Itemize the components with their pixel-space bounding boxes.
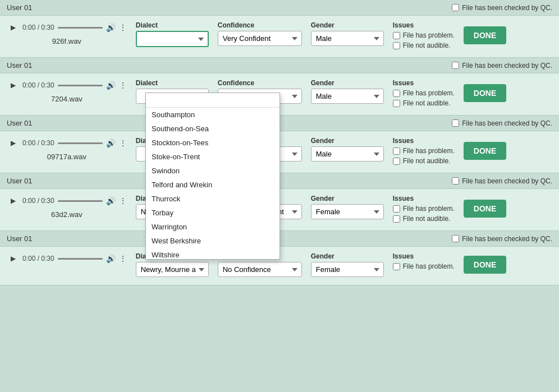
user-label-5: User 01 [7, 234, 33, 243]
issues-label-3: Issues [393, 137, 455, 145]
play-button-4[interactable]: ▶ [7, 195, 19, 207]
qc-checkbox-5[interactable] [452, 235, 459, 242]
audio-section-2: ▶ 0:00 / 0:30 🔊 ⋮ 7204.wav [7, 79, 127, 103]
file-audible-label-4[interactable]: File not audible. [393, 215, 455, 223]
file-audible-checkbox-2[interactable] [393, 100, 400, 107]
done-button-1[interactable]: DONE [464, 26, 506, 44]
confidence-select-5[interactable]: Very Confident Confident Not Very Confid… [218, 262, 302, 277]
qc-checkbox-label-4[interactable]: File has been checked by QC. [452, 177, 552, 185]
play-button-3[interactable]: ▶ [7, 137, 19, 149]
dropdown-item-southampton[interactable]: Southampton [146, 108, 280, 122]
gender-select-3[interactable]: Male Female [311, 146, 384, 162]
issues-label-4: Issues [393, 195, 455, 202]
more-button-5[interactable]: ⋮ [119, 254, 127, 263]
dropdown-item-wiltshire[interactable]: Wiltshire [146, 248, 280, 259]
qc-checkbox-1[interactable] [452, 4, 459, 11]
dropdown-item-stockton[interactable]: Stockton-on-Tees [146, 136, 280, 150]
volume-button-2[interactable]: 🔊 [106, 81, 116, 90]
seek-bar-4[interactable] [58, 200, 103, 202]
file-audible-text-4: File not audible. [403, 215, 451, 223]
file-audible-text-1: File not audible. [403, 41, 451, 49]
dropdown-item-west-berkshire[interactable]: West Berkshire [146, 234, 280, 248]
done-button-2[interactable]: DONE [464, 84, 506, 102]
file-audible-checkbox-3[interactable] [393, 158, 400, 165]
gender-label-2: Gender [311, 79, 384, 87]
dropdown-item-swindon[interactable]: Swindon [146, 164, 280, 178]
file-problem-label-5[interactable]: File has problem. [393, 262, 455, 270]
audio-section-3: ▶ 0:00 / 0:30 🔊 ⋮ 09717a.wav [7, 137, 127, 161]
dialect-select-5[interactable]: Newry, Mourne and [136, 262, 209, 277]
more-button-4[interactable]: ⋮ [119, 196, 127, 205]
play-button-1[interactable]: ▶ [7, 21, 19, 34]
seek-bar-5[interactable] [58, 258, 103, 260]
file-problem-checkbox-5[interactable] [393, 263, 400, 270]
qc-text-1: File has been checked by QC. [462, 4, 552, 12]
gender-group-2: Gender Male Female [311, 79, 384, 104]
qc-checkbox-3[interactable] [452, 119, 459, 127]
dialect-select-1[interactable] [136, 31, 209, 47]
play-button-2[interactable]: ▶ [7, 79, 19, 91]
qc-checkbox-label-1[interactable]: File has been checked by QC. [452, 4, 552, 12]
gender-label-4: Gender [311, 195, 384, 202]
file-audible-label-3[interactable]: File not audible. [393, 157, 455, 165]
seek-bar-3[interactable] [58, 142, 103, 144]
gender-select-1[interactable]: Male Female [311, 31, 384, 46]
file-problem-label-1[interactable]: File has problem. [393, 31, 455, 39]
file-problem-label-4[interactable]: File has problem. [393, 205, 455, 213]
qc-checkbox-label-3[interactable]: File has been checked by QC. [452, 119, 552, 127]
qc-checkbox-label-2[interactable]: File has been checked by QC. [452, 62, 552, 70]
file-problem-label-3[interactable]: File has problem. [393, 147, 455, 155]
file-audible-label-1[interactable]: File not audible. [393, 41, 455, 49]
card-1: ▶ 0:00 / 0:30 🔊 ⋮ 926f.wav Dialect Confi… [0, 15, 559, 58]
volume-button-1[interactable]: 🔊 [106, 23, 116, 32]
file-problem-checkbox-4[interactable] [393, 205, 400, 213]
done-button-4[interactable]: DONE [464, 200, 506, 218]
more-button-3[interactable]: ⋮ [119, 139, 127, 147]
file-audible-label-2[interactable]: File not audible. [393, 99, 455, 107]
qc-checkbox-label-5[interactable]: File has been checked by QC. [452, 235, 552, 243]
gender-label-5: Gender [311, 252, 384, 260]
more-button-1[interactable]: ⋮ [119, 23, 127, 32]
more-button-2[interactable]: ⋮ [119, 81, 127, 90]
gender-label-1: Gender [311, 21, 384, 29]
done-button-5[interactable]: DONE [464, 256, 506, 274]
qc-text-5: File has been checked by QC. [462, 235, 552, 243]
dropdown-item-warrington[interactable]: Warrington [146, 220, 280, 234]
file-problem-checkbox-1[interactable] [393, 32, 400, 39]
gender-group-4: Gender Male Female [311, 195, 384, 219]
gender-select-4[interactable]: Male Female [311, 204, 384, 219]
dropdown-item-southend[interactable]: Southend-on-Sea [146, 122, 280, 136]
user-row-2: User 01 File has been checked by QC. [0, 58, 559, 73]
file-problem-label-2[interactable]: File has problem. [393, 89, 455, 97]
time-display-1: 0:00 / 0:30 [22, 24, 54, 31]
confidence-select-1[interactable]: Very Confident Confident Not Very Confid… [218, 31, 302, 46]
user-row-1: User 01 File has been checked by QC. [0, 0, 559, 15]
volume-button-4[interactable]: 🔊 [106, 196, 116, 205]
issues-group-3: Issues File has problem. File not audibl… [393, 137, 455, 165]
seek-bar-1[interactable] [58, 27, 103, 29]
gender-select-2[interactable]: Male Female [311, 89, 384, 104]
dialect-search-input[interactable] [146, 93, 280, 108]
qc-checkbox-2[interactable] [452, 62, 459, 69]
file-audible-checkbox-4[interactable] [393, 215, 400, 223]
play-button-5[interactable]: ▶ [7, 252, 19, 265]
dropdown-item-stoke[interactable]: Stoke-on-Trent [146, 150, 280, 164]
file-audible-checkbox-1[interactable] [393, 42, 400, 49]
time-display-2: 0:00 / 0:30 [22, 81, 54, 89]
done-button-3[interactable]: DONE [464, 142, 506, 160]
seek-bar-2[interactable] [58, 85, 103, 86]
qc-checkbox-4[interactable] [452, 177, 459, 185]
user-label-3: User 01 [7, 119, 33, 127]
volume-button-5[interactable]: 🔊 [106, 254, 116, 263]
file-problem-checkbox-2[interactable] [393, 90, 400, 97]
gender-group-3: Gender Male Female [311, 137, 384, 162]
qc-text-2: File has been checked by QC. [462, 62, 552, 70]
dropdown-item-thurrock[interactable]: Thurrock [146, 192, 280, 206]
audio-player-5: ▶ 0:00 / 0:30 🔊 ⋮ [7, 252, 127, 265]
file-problem-checkbox-3[interactable] [393, 147, 400, 155]
gender-select-5[interactable]: Male Female [311, 262, 384, 277]
file-problem-text-5: File has problem. [403, 262, 455, 270]
volume-button-3[interactable]: 🔊 [106, 139, 116, 147]
dropdown-item-telford[interactable]: Telford and Wrekin [146, 178, 280, 192]
dropdown-item-torbay[interactable]: Torbay [146, 206, 280, 220]
